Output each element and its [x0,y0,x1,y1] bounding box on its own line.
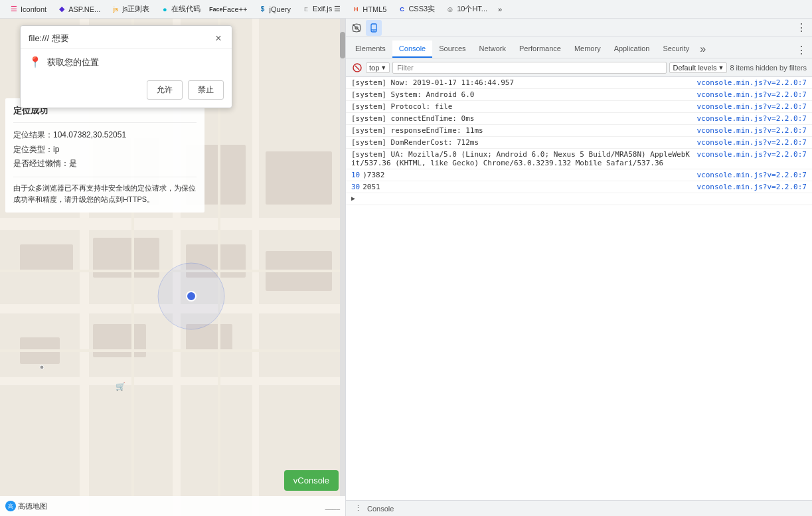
bookmark-css3[interactable]: C CSS3实 [393,3,439,15]
console-tab-bottom[interactable]: Console [367,505,394,513]
gaode-icon: 高 [5,501,16,511]
map-scrollbar[interactable] [340,19,345,516]
context-value: top [369,64,379,72]
dialog-body: 📍 获取您的位置 [21,49,232,75]
svg-rect-18 [266,151,332,205]
console-message-text: 302051 [351,183,691,191]
tab-elements[interactable]: Elements [349,41,392,58]
svg-point-30 [373,30,374,31]
scrollbar-thumb [340,32,345,58]
level-dropdown-icon: ▼ [718,64,724,71]
facepp-icon: Face [211,5,220,14]
bookmark-online-code[interactable]: ● 在线代码 [156,3,204,15]
expand-icon[interactable]: ▶ [351,195,355,202]
devtools-settings-button[interactable]: ⋮ [793,42,809,58]
context-selector[interactable]: top ▼ [366,62,390,73]
css3-icon: C [397,5,406,14]
html5-icon: H [351,5,361,14]
console-messages: [system] Now: 2019-01-17 11:46:44.957vco… [346,77,812,500]
bookmark-html5[interactable]: H HTML5 [347,3,390,15]
gaode-logo-text: 高德地图 [18,501,47,511]
tab-network[interactable]: Network [473,41,513,58]
location-proxy: 是否经过懒惰：是 [13,157,197,171]
console-expand-row[interactable]: ▶ [346,193,812,205]
bookmark-facepp[interactable]: Face Face++ [207,3,251,15]
console-filter-input[interactable] [392,62,667,74]
bookmark-label: js正则表 [122,4,149,14]
level-value: Default levels [673,64,716,72]
bookmark-regex[interactable]: js js正则表 [107,3,153,15]
tab-performance[interactable]: Performance [513,41,568,58]
allow-button[interactable]: 允许 [147,80,183,100]
console-source-link[interactable]: vconsole.min.js?v=2.2.0:7 [696,126,807,135]
location-warning: 由于众多浏览器已不再支持非安全域的定位请求，为保位成功率和精度，请升级您的站点到… [13,177,197,206]
bookmark-10ht[interactable]: ◎ 10个HT... [442,3,491,15]
bookmark-exifjs[interactable]: E Exif.js ☰ [297,3,345,15]
svg-rect-7 [252,19,259,516]
svg-line-32 [355,66,359,70]
tab-console[interactable]: Console [392,41,432,58]
console-message-text: [system] Now: 2019-01-17 11:46:44.957 [351,78,691,87]
console-row: [system] Now: 2019-01-17 11:46:44.957vco… [346,77,812,89]
bookmark-jquery[interactable]: $ jQuery [254,3,295,15]
dialog-title: file:/// 想要 [29,33,69,44]
browser-content: 🛒 高 高德地图 ____ file:/// 想 [0,19,345,516]
console-source-link[interactable]: vconsole.min.js?v=2.2.0:7 [696,90,807,99]
svg-rect-10 [93,324,146,357]
console-settings-icon[interactable]: ⋮ [351,502,365,515]
tabs-more-button[interactable]: » [696,41,710,58]
tab-security[interactable]: Security [656,41,696,58]
location-detail: 定位结果：104.07382,30.52051 定位类型：ip 是否经过懒惰：是 [13,128,197,171]
toolbar-more-button[interactable]: ⋮ [793,20,809,36]
regex-icon: js [111,5,120,14]
bookmarks-more[interactable]: » [494,4,506,15]
dialog-header: file:/// 想要 × [21,26,232,49]
online-code-icon: ● [160,5,169,14]
context-dropdown-icon: ▼ [380,64,386,71]
console-source-link[interactable]: vconsole.min.js?v=2.2.0:7 [696,150,807,159]
console-row: [system] DomRenderCost: 712msvconsole.mi… [346,137,812,149]
deny-button[interactable]: 禁止 [188,80,224,100]
tab-sources[interactable]: Sources [432,41,472,58]
bookmark-label: CSS3实 [408,4,435,14]
console-source-link[interactable]: vconsole.min.js?v=2.2.0:7 [696,138,807,147]
location-info-panel: 定位成功 定位结果：104.07382,30.52051 定位类型：ip 是否经… [5,98,204,213]
bookmark-iconfont[interactable]: ☰ Iconfont [5,3,50,15]
tab-application[interactable]: Application [608,41,657,58]
jquery-icon: $ [258,5,268,14]
map-bottom-bar: 高 高德地图 ____ [0,496,345,516]
dialog-message: 获取您的位置 [47,56,99,68]
vconsole-button[interactable]: vConsole [284,470,339,491]
console-message-text: [system] DomRenderCost: 712ms [351,138,691,147]
hidden-items-count: 8 items hidden by filters [730,64,807,72]
console-clear-button[interactable] [351,62,363,74]
inspect-element-button[interactable] [349,20,365,36]
console-source-link[interactable]: vconsole.min.js?v=2.2.0:7 [696,114,807,123]
bookmark-aspnet[interactable]: ◆ ASP.NE... [53,3,104,15]
console-source-link[interactable]: vconsole.min.js?v=2.2.0:7 [696,171,807,179]
console-bottombar: ⋮ Console [346,500,812,516]
main-area: 🛒 高 高德地图 ____ file:/// 想 [0,19,812,516]
console-message-text: 10)7382 [351,171,691,179]
log-level-selector[interactable]: Default levels ▼ [669,62,727,73]
console-source-link[interactable]: vconsole.min.js?v=2.2.0:7 [696,102,807,111]
bookmark-label: Exif.js ☰ [313,5,341,13]
console-row: [system] System: Android 6.0vconsole.min… [346,89,812,101]
map-attribution: ____ [325,503,340,510]
console-message-text: [system] Protocol: file [351,102,691,111]
device-toggle-button[interactable] [366,20,382,36]
tab-memory[interactable]: Memory [568,41,608,58]
console-topbar: top ▼ Default levels ▼ 8 items hidden by… [346,58,812,77]
console-source-link[interactable]: vconsole.min.js?v=2.2.0:7 [696,78,807,87]
devtools-toolbar: ⋮ [346,19,812,37]
console-row: [system] UA: Mozilla/5.0 (Linux; Android… [346,149,812,169]
dialog-close-button[interactable]: × [213,33,224,44]
console-source-link[interactable]: vconsole.min.js?v=2.2.0:7 [696,183,807,191]
bookmarks-bar: ☰ Iconfont ◆ ASP.NE... js js正则表 ● 在线代码 F… [0,0,812,19]
location-pin-icon: 📍 [29,56,42,68]
console-message-text: [system] System: Android 6.0 [351,90,691,99]
permission-dialog: file:/// 想要 × 📍 获取您的位置 允许 禁止 [20,25,232,108]
bookmark-label: Face++ [222,5,247,13]
console-row: 302051vconsole.min.js?v=2.2.0:7 [346,181,812,193]
devtools-panel: ⋮ Elements Console Sources Network Perfo… [345,19,812,516]
